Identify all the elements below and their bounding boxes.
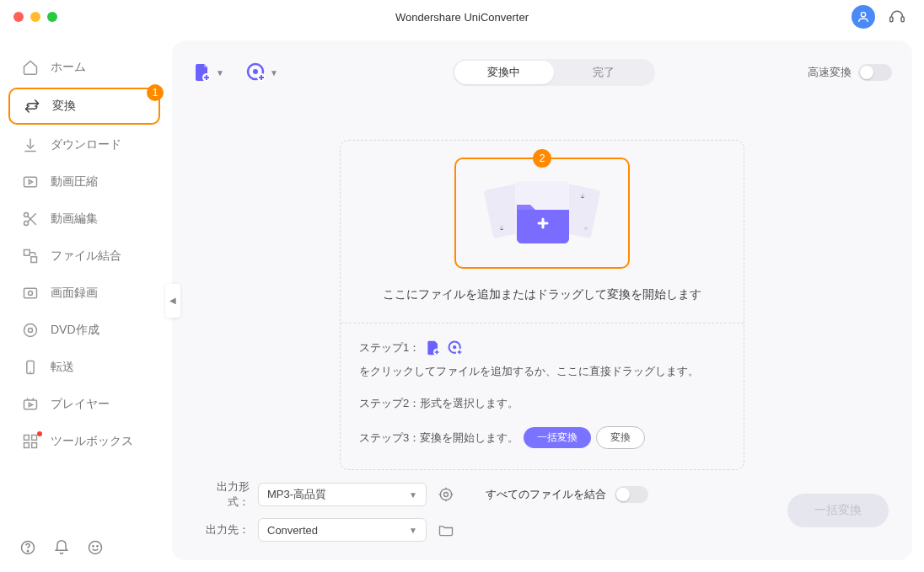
sidebar: ホーム 変換 1 ダウンロード 動画圧縮 動画編集 ファイル結合 — [0, 34, 169, 572]
sidebar-item-label: 動画圧縮 — [51, 174, 98, 190]
speed-label: 高速変換 — [808, 65, 851, 80]
sidebar-item-transfer[interactable]: 転送 — [8, 350, 160, 384]
svg-point-6 — [24, 222, 29, 226]
step-3: ステップ3：変換を開始します。 一括変換 変換 — [359, 426, 725, 449]
add-disc-icon — [447, 339, 464, 356]
feedback-icon[interactable] — [86, 538, 105, 557]
chevron-down-icon: ▼ — [409, 490, 417, 500]
collapse-sidebar-button[interactable]: ◀ — [165, 284, 180, 318]
app-title: Wondershare UniConverter — [395, 11, 529, 24]
svg-rect-9 — [24, 250, 30, 256]
tab-inprogress[interactable]: 変換中 — [454, 61, 554, 84]
output-settings-button[interactable] — [435, 484, 457, 505]
svg-marker-20 — [29, 403, 32, 406]
svg-point-32 — [253, 69, 258, 74]
home-icon — [22, 59, 39, 76]
add-disc-button[interactable]: ▼ — [246, 62, 278, 83]
player-icon — [22, 396, 39, 413]
download-icon — [22, 136, 39, 153]
drop-zone[interactable]: 2 ここにファイルを追加またはドラッグして変換を開始します — [341, 141, 744, 323]
merge-toggle[interactable] — [615, 486, 648, 503]
step-1: ステップ1： をクリックしてファイルを追加するか、ここに直接ドラッグします。 — [359, 339, 725, 381]
sidebar-item-label: ツールボックス — [51, 434, 133, 449]
titlebar: Wondershare UniConverter — [0, 0, 924, 34]
svg-point-13 — [24, 324, 37, 337]
svg-rect-2 — [901, 17, 904, 22]
batch-convert-button[interactable]: 一括変換 — [524, 427, 591, 448]
help-icon[interactable] — [19, 538, 37, 557]
convert-icon — [24, 98, 40, 115]
chevron-down-icon: ▼ — [270, 68, 278, 78]
sidebar-item-dvd[interactable]: DVD作成 — [8, 313, 160, 347]
open-folder-button[interactable] — [435, 519, 457, 541]
svg-point-27 — [89, 542, 102, 554]
chevron-down-icon: ▼ — [216, 68, 224, 78]
tab-done[interactable]: 完了 — [554, 61, 653, 84]
svg-rect-1 — [890, 17, 893, 22]
sidebar-item-label: 変換 — [52, 99, 76, 114]
sidebar-item-convert[interactable]: 変換 1 — [8, 88, 160, 125]
support-icon[interactable] — [887, 7, 907, 27]
svg-rect-3 — [24, 177, 37, 187]
svg-point-5 — [24, 213, 29, 217]
output-format-select[interactable]: MP3-高品質 ▼ — [258, 483, 427, 506]
svg-rect-22 — [32, 436, 37, 441]
sidebar-item-merge[interactable]: ファイル結合 — [8, 239, 160, 273]
sidebar-item-label: 画面録画 — [51, 286, 98, 301]
add-file-button[interactable]: ▼ — [192, 62, 224, 83]
close-window-button[interactable] — [13, 12, 24, 22]
sidebar-item-toolbox[interactable]: ツールボックス — [8, 425, 160, 458]
svg-marker-4 — [29, 180, 32, 184]
sidebar-item-player[interactable]: プレイヤー — [8, 388, 160, 421]
output-dest-select[interactable]: Converted ▼ — [258, 518, 427, 542]
drop-card: 2 ここにファイルを追加またはドラッグして変換を開始します — [340, 140, 744, 470]
svg-point-0 — [861, 13, 865, 17]
account-icon[interactable] — [851, 5, 875, 29]
transfer-icon — [22, 359, 39, 376]
disc-icon — [22, 322, 39, 339]
sidebar-badge: 1 — [147, 84, 164, 101]
sidebar-item-label: ホーム — [51, 60, 86, 75]
batch-convert-main-button[interactable]: 一括変換 — [787, 494, 889, 527]
sidebar-item-record[interactable]: 画面録画 — [8, 276, 160, 310]
svg-rect-23 — [24, 443, 30, 448]
merge-icon — [22, 248, 39, 265]
add-file-icon — [425, 339, 442, 356]
bottom-bar: 出力形式： MP3-高品質 ▼ すべてのファイルを結合 出力先： — [192, 473, 892, 545]
output-dest-label: 出力先： — [196, 522, 250, 537]
svg-point-12 — [29, 291, 33, 296]
sidebar-item-download[interactable]: ダウンロード — [8, 128, 160, 162]
topbar: ▼ ▼ 変換中 完了 高速変換 — [192, 56, 892, 89]
svg-rect-10 — [31, 257, 37, 263]
sidebar-item-compress[interactable]: 動画圧縮 — [8, 165, 160, 199]
sidebar-item-label: ファイル結合 — [51, 249, 121, 264]
sidebar-item-label: 転送 — [51, 360, 74, 375]
sidebar-item-label: プレイヤー — [51, 397, 110, 412]
svg-rect-21 — [24, 436, 30, 441]
status-tabs: 変換中 完了 — [453, 59, 655, 86]
bell-icon[interactable] — [52, 538, 71, 557]
notification-dot-icon — [37, 431, 42, 436]
drop-box[interactable]: 2 — [454, 158, 630, 269]
sidebar-item-home[interactable]: ホーム — [8, 51, 160, 84]
folder-plus-icon — [483, 174, 601, 252]
merge-label: すべてのファイルを結合 — [486, 487, 606, 502]
speed-toggle[interactable] — [858, 64, 892, 81]
scissors-icon — [22, 211, 39, 227]
svg-point-37 — [584, 227, 588, 230]
minimize-window-button[interactable] — [30, 12, 40, 22]
maximize-window-button[interactable] — [47, 12, 57, 22]
chevron-down-icon: ▼ — [409, 526, 417, 535]
sidebar-item-edit[interactable]: 動画編集 — [8, 202, 160, 236]
sidebar-item-label: 動画編集 — [51, 211, 98, 227]
grid-icon — [22, 433, 39, 450]
svg-point-29 — [97, 546, 98, 547]
step-2: ステップ2：形式を選択します。 — [359, 394, 725, 413]
svg-point-28 — [93, 546, 94, 547]
sidebar-item-label: ダウンロード — [51, 137, 121, 152]
record-icon — [22, 285, 39, 302]
compress-icon — [22, 174, 39, 190]
drop-text: ここにファイルを追加またはドラッグして変換を開始します — [383, 287, 701, 302]
svg-rect-11 — [24, 288, 37, 298]
convert-button[interactable]: 変換 — [596, 426, 645, 449]
